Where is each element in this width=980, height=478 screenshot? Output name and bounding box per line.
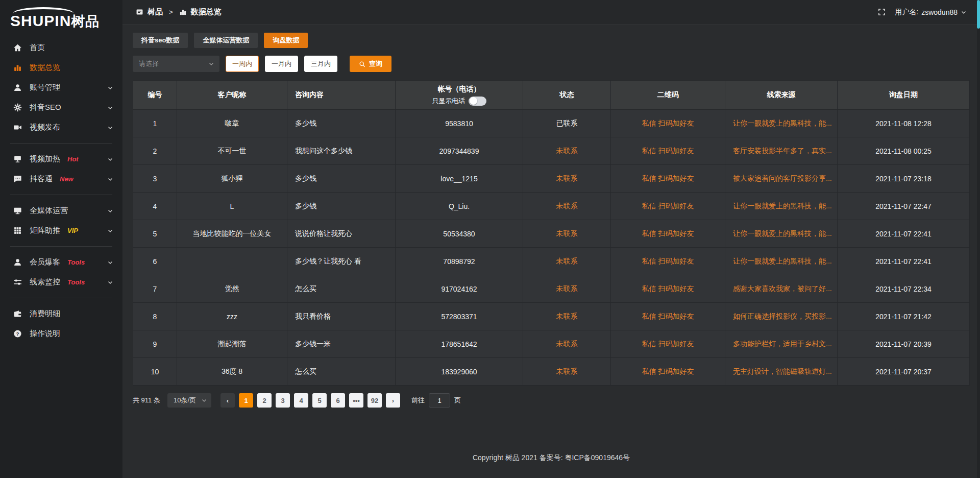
cell-nickname: 当地比较能吃的一位美女: [177, 220, 287, 247]
sidebar-item-home[interactable]: 首页: [0, 38, 122, 58]
screen-icon: [13, 155, 22, 163]
chevron-down-icon: [961, 9, 967, 15]
cell-status: 未联系: [523, 330, 611, 357]
cell-qrcode-links[interactable]: 私信 扫码加好友: [611, 330, 725, 357]
col-header-source: 线索来源: [725, 81, 838, 109]
page-size-select[interactable]: 10条/页: [167, 393, 211, 408]
breadcrumb-item-root[interactable]: 树品: [148, 7, 163, 17]
fullscreen-icon[interactable]: [878, 8, 886, 16]
tab-inquiry-data[interactable]: 询盘数据: [264, 33, 308, 48]
cell-source-link[interactable]: 无主灯设计，智能磁吸轨道灯...: [725, 358, 838, 385]
pagination-total: 共 911 条: [133, 396, 160, 405]
sidebar-item-clue-monitor[interactable]: 线索监控Tools: [0, 272, 122, 292]
next-page-button[interactable]: ›: [386, 393, 400, 408]
phone-only-toggle[interactable]: [469, 97, 486, 106]
cell-source-link[interactable]: 如何正确选择投影仪，买投影...: [725, 303, 838, 330]
comment-icon: [13, 175, 22, 183]
cell-source-link[interactable]: 感谢大家喜欢我家，被问了好...: [725, 275, 838, 302]
cell-source-link[interactable]: 让你一眼就爱上的黑科技，能...: [725, 248, 838, 275]
cell-qrcode-links[interactable]: 私信 扫码加好友: [611, 193, 725, 220]
sidebar-divider: [10, 143, 112, 144]
table-row: 1036度 8怎么买183929060未联系私信 扫码加好友无主灯设计，智能磁吸…: [133, 357, 969, 385]
page-ellipsis-button[interactable]: •••: [349, 393, 363, 408]
cell-qrcode-links[interactable]: 私信 扫码加好友: [611, 165, 725, 192]
goto-page-input[interactable]: 1: [429, 393, 450, 408]
cell-source-link[interactable]: 被大家追着问的客厅投影分享...: [725, 165, 838, 192]
sidebar-item-data-overview[interactable]: 数据总览: [0, 58, 122, 78]
sidebar-item-label: 线索监控: [30, 277, 60, 287]
cell-status: 未联系: [523, 193, 611, 220]
sidebar-item-douketong[interactable]: 抖客通New: [0, 169, 122, 189]
period-button-week[interactable]: 一周内: [226, 56, 259, 72]
cell-nickname: 36度 8: [177, 358, 287, 385]
cell-source-link[interactable]: 让你一眼就爱上的黑科技，能...: [725, 110, 838, 137]
query-button-label: 查询: [369, 59, 382, 68]
sidebar-item-video-publish[interactable]: 视频发布: [0, 117, 122, 137]
sidebar-item-member-burst[interactable]: 会员爆客Tools: [0, 252, 122, 272]
cell-qrcode-links[interactable]: 私信 扫码加好友: [611, 248, 725, 275]
chevron-down-icon: [107, 156, 113, 162]
sidebar-item-help[interactable]: ?操作说明: [0, 324, 122, 344]
cell-source-link[interactable]: 多功能护栏灯，适用于乡村文...: [725, 330, 838, 357]
cell-content: 我想问这个多少钱: [287, 137, 396, 164]
sidebar-item-consumption-detail[interactable]: 消费明细: [0, 304, 122, 324]
cell-content: 多少钱？让我死心 看: [287, 248, 396, 275]
sidebar-item-douyin-seo[interactable]: 抖音SEO: [0, 98, 122, 117]
period-button-month[interactable]: 一月内: [265, 56, 298, 72]
sidebar-item-label: 视频加热: [30, 154, 60, 164]
page-button-4[interactable]: 4: [294, 393, 308, 408]
cell-status: 已联系: [523, 110, 611, 137]
account-select[interactable]: 请选择: [133, 56, 219, 72]
cell-no: 5: [133, 220, 177, 247]
cell-nickname: 啵章: [177, 110, 287, 137]
cell-source-link[interactable]: 让你一眼就爱上的黑科技，能...: [725, 220, 838, 247]
cell-source-link[interactable]: 客厅安装投影半年多了，真实...: [725, 137, 838, 164]
sidebar-item-video-heat[interactable]: 视频加热Hot: [0, 149, 122, 169]
cell-content: 我只看价格: [287, 303, 396, 330]
sidebar-item-omnimedia-ops[interactable]: 全媒体运营: [0, 201, 122, 221]
page-button-1[interactable]: 1: [239, 393, 253, 408]
table-row: 3狐小狸多少钱love__1215未联系私信 扫码加好友被大家追着问的客厅投影分…: [133, 164, 969, 192]
period-group: 一周内一月内三月内: [226, 56, 337, 72]
cell-nickname: zzz: [177, 303, 287, 330]
page-button-3[interactable]: 3: [276, 393, 290, 408]
page-button-6[interactable]: 6: [331, 393, 345, 408]
sidebar-item-badge: New: [60, 175, 74, 183]
col-header-no: 编号: [133, 81, 177, 109]
tab-douyin-seo-data[interactable]: 抖音seo数据: [133, 33, 188, 48]
cell-date: 2021-11-08 12:28: [838, 110, 969, 137]
camera-icon: [13, 123, 22, 132]
cell-no: 1: [133, 110, 177, 137]
page-button-2[interactable]: 2: [257, 393, 272, 408]
sidebar-item-label: 操作说明: [30, 329, 60, 339]
page-button-92[interactable]: 92: [368, 393, 382, 408]
period-button-quarter[interactable]: 三月内: [304, 56, 337, 72]
cell-qrcode-links[interactable]: 私信 扫码加好友: [611, 137, 725, 164]
cell-qrcode-links[interactable]: 私信 扫码加好友: [611, 358, 725, 385]
cell-qrcode-links[interactable]: 私信 扫码加好友: [611, 110, 725, 137]
cell-date: 2021-11-07 23:18: [838, 165, 969, 192]
user-menu[interactable]: 用户名: zswodun88: [895, 8, 967, 17]
app-logo[interactable]: SHUPIN树品: [0, 4, 122, 34]
table-row: 2不可一世我想问这个多少钱2097344839未联系私信 扫码加好友客厅安装投影…: [133, 137, 969, 164]
content: 抖音seo数据全媒体运营数据询盘数据 请选择 一周内一月内三月内 查询 编号 客…: [122, 25, 980, 444]
cell-no: 6: [133, 248, 177, 275]
sidebar-item-account-manage[interactable]: 账号管理: [0, 78, 122, 98]
query-button[interactable]: 查询: [350, 56, 391, 72]
tab-omnimedia-data[interactable]: 全媒体运营数据: [194, 33, 258, 48]
cell-status: 未联系: [523, 358, 611, 385]
table-row: 7觉然怎么买917024162未联系私信 扫码加好友感谢大家喜欢我家，被问了好.…: [133, 275, 969, 302]
cell-status: 未联系: [523, 248, 611, 275]
scrollbar-thumb[interactable]: [977, 0, 980, 29]
cell-qrcode-links[interactable]: 私信 扫码加好友: [611, 275, 725, 302]
col-header-qrcode: 二维码: [611, 81, 725, 109]
col-header-content: 咨询内容: [287, 81, 396, 109]
cell-qrcode-links[interactable]: 私信 扫码加好友: [611, 303, 725, 330]
cell-source-link[interactable]: 让你一眼就爱上的黑科技，能...: [725, 193, 838, 220]
page-button-5[interactable]: 5: [312, 393, 327, 408]
table-row: 9潮起潮落多少钱一米178651642未联系私信 扫码加好友多功能护栏灯，适用于…: [133, 330, 969, 357]
prev-page-button[interactable]: ‹: [220, 393, 235, 408]
toggle-knob: [470, 97, 477, 105]
sidebar-item-matrix-boost[interactable]: 矩阵助推VIP: [0, 221, 122, 241]
cell-qrcode-links[interactable]: 私信 扫码加好友: [611, 220, 725, 247]
